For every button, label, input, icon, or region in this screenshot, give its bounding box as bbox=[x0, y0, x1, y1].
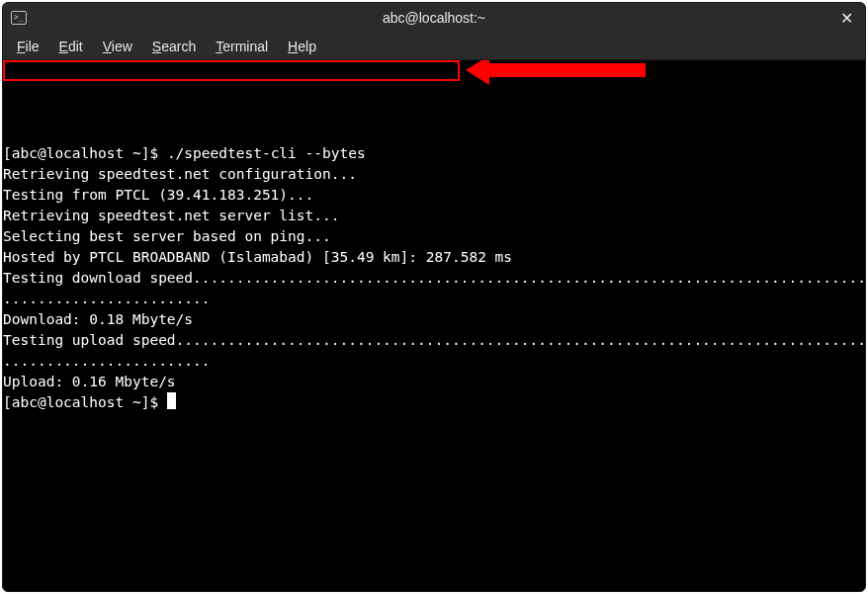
output-line: Testing upload speed....................… bbox=[3, 332, 865, 348]
close-icon[interactable]: ✕ bbox=[836, 9, 857, 28]
arrow-annotation bbox=[466, 63, 517, 146]
menu-edit[interactable]: Edit bbox=[49, 35, 93, 58]
output-line: Testing from PTCL (39.41.183.251)... bbox=[3, 187, 313, 203]
output-line: Retrieving speedtest.net server list... bbox=[3, 208, 339, 223]
cursor bbox=[167, 392, 176, 409]
menu-help[interactable]: Help bbox=[278, 35, 326, 58]
menu-terminal[interactable]: Terminal bbox=[206, 35, 278, 58]
prompt-line-2: [abc@localhost ~]$ bbox=[3, 394, 176, 410]
output-line: Hosted by PTCL BROADBAND (Islamabad) [35… bbox=[3, 249, 512, 265]
titlebar[interactable]: abc@localhost:~ ✕ bbox=[3, 3, 865, 33]
prompt-line-1: [abc@localhost ~]$ ./speedtest-cli --byt… bbox=[3, 145, 366, 161]
output-line: Testing download speed..................… bbox=[3, 270, 865, 286]
terminal-output[interactable]: [abc@localhost ~]$ ./speedtest-cli --byt… bbox=[3, 60, 865, 591]
output-line: ........................ bbox=[3, 291, 211, 306]
menu-file[interactable]: File bbox=[7, 35, 49, 58]
terminal-text: [abc@localhost ~]$ ./speedtest-cli --byt… bbox=[3, 143, 865, 413]
window-title: abc@localhost:~ bbox=[383, 10, 485, 26]
menu-search[interactable]: Search bbox=[142, 35, 206, 58]
output-line: Retrieving speedtest.net configuration..… bbox=[3, 166, 357, 182]
output-line: Selecting best server based on ping... bbox=[3, 228, 331, 244]
highlight-annotation bbox=[3, 60, 460, 81]
output-line: ........................ bbox=[3, 353, 211, 369]
output-line: Upload: 0.16 Mbyte/s bbox=[3, 374, 176, 389]
terminal-icon bbox=[11, 11, 27, 25]
menubar: File Edit View Search Terminal Help bbox=[3, 33, 865, 60]
terminal-window: abc@localhost:~ ✕ File Edit View Search … bbox=[2, 2, 866, 592]
menu-view[interactable]: View bbox=[93, 35, 142, 58]
output-line: Download: 0.18 Mbyte/s bbox=[3, 311, 193, 327]
